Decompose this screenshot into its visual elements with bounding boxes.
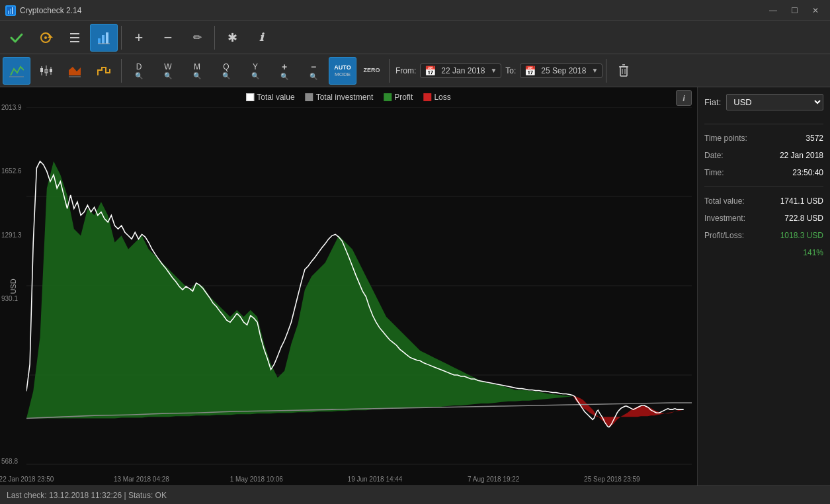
investment-value: 722.8 USD [784, 214, 823, 223]
add-button[interactable]: + [125, 24, 153, 52]
svg-rect-12 [106, 32, 108, 44]
x-tick-aug: 7 Aug 2018 19:22 [468, 476, 519, 483]
toolbar2-sep3 [606, 59, 606, 83]
chart-type-candlestick-button[interactable] [32, 57, 60, 85]
zoom-auto-button[interactable]: AUTO MODE [329, 57, 356, 85]
maximize-button[interactable]: ☐ [785, 4, 804, 17]
chart-type-line-button[interactable] [3, 57, 30, 85]
profit-pct-row: 141% [704, 247, 823, 259]
chart-legend: Total value Total investment Profit Loss [246, 93, 450, 102]
window-controls: — ☐ ✕ [764, 4, 825, 17]
zoom-zero-button[interactable]: ZERO [358, 57, 386, 85]
toolbar2: D 🔍 W 🔍 M 🔍 Q 🔍 Y 🔍 + 🔍 − 🔍 AUTO MODE ZE… [0, 54, 830, 87]
title-bar: Cryptocheck 2.14 — ☐ ✕ [0, 0, 830, 21]
zoom-q-button[interactable]: Q 🔍 [212, 57, 240, 85]
legend-loss-label: Loss [434, 93, 450, 102]
profit-loss-label: Profit/Loss: [704, 231, 744, 240]
legend-loss-color [423, 93, 431, 101]
edit-button[interactable]: ✏ [183, 24, 211, 52]
total-value-label: Total value: [704, 196, 745, 206]
to-date-arrow[interactable]: ▼ [591, 67, 598, 74]
svg-rect-3 [12, 7, 13, 14]
toolbar1-sep1 [121, 26, 122, 50]
date-value: 22 Jan 2018 [780, 151, 823, 160]
close-button[interactable]: ✕ [806, 4, 825, 17]
to-date-value: 25 Sep 2018 [541, 66, 586, 75]
x-tick-may: 1 May 2018 10:06 [230, 476, 283, 483]
toolbar2-sep1 [121, 59, 122, 83]
minimize-button[interactable]: — [764, 4, 782, 17]
svg-marker-21 [69, 67, 81, 75]
from-calendar-icon: 📅 [425, 65, 436, 76]
legend-profit-label: Profit [394, 93, 413, 102]
legend-total-investment: Total investment [306, 93, 374, 102]
time-value: 23:50:40 [792, 168, 823, 177]
info-divider1 [704, 124, 823, 124]
y-tick-1291: 1291.3 [1, 231, 22, 238]
x-tick-jun: 19 Jun 2018 14:44 [348, 476, 403, 483]
profit-pct-value: 141% [803, 248, 823, 257]
app-icon [5, 5, 16, 16]
remove-button[interactable]: − [154, 24, 182, 52]
svg-marker-5 [48, 35, 53, 38]
legend-total-value-label: Total value [257, 93, 294, 102]
total-value-row: Total value: 1741.1 USD [704, 195, 823, 207]
from-label: From: [395, 66, 416, 75]
toolbar1-sep2 [214, 26, 215, 50]
svg-rect-1 [8, 11, 9, 14]
chart-button[interactable] [90, 24, 118, 52]
tools-button[interactable]: ✱ [218, 24, 246, 52]
to-calendar-icon: 📅 [524, 65, 536, 76]
y-axis-label: USD [9, 278, 17, 294]
fiat-row: Fiat: USD EUR GBP [704, 94, 823, 110]
zoom-in-button[interactable]: + 🔍 [270, 57, 298, 85]
list-button[interactable] [61, 24, 89, 52]
y-tick-930: 930.1 [1, 295, 18, 302]
time-points-label: Time points: [704, 134, 747, 143]
y-tick-1652: 1652.6 [1, 167, 22, 175]
trash-button[interactable] [610, 57, 638, 85]
to-label: To: [505, 66, 516, 75]
zoom-out-button[interactable]: − 🔍 [300, 57, 327, 85]
svg-rect-20 [50, 69, 52, 72]
y-tick-568: 568.8 [1, 458, 18, 465]
from-date-arrow[interactable]: ▼ [490, 67, 497, 74]
svg-rect-11 [102, 35, 104, 44]
svg-rect-2 [10, 9, 11, 14]
svg-rect-10 [98, 38, 101, 44]
status-bar: Last check: 13.12.2018 11:32:26 | Status… [0, 485, 830, 504]
about-button[interactable]: ℹ [247, 24, 275, 52]
refresh-button[interactable] [32, 24, 60, 52]
time-points-value: 3572 [806, 134, 823, 143]
legend-total-investment-color [306, 93, 313, 101]
legend-total-value-color [246, 93, 254, 101]
zoom-w-button[interactable]: W 🔍 [154, 57, 182, 85]
x-tick-mar: 13 Mar 2018 04:28 [114, 476, 169, 483]
right-panel: Fiat: USD EUR GBP Time points: 3572 Date… [698, 87, 830, 485]
time-points-row: Time points: 3572 [704, 132, 823, 144]
toolbar2-sep2 [389, 59, 390, 83]
zoom-m-button[interactable]: M 🔍 [183, 57, 211, 85]
y-tick-2013: 2013.9 [1, 104, 22, 111]
from-date-control[interactable]: 📅 22 Jan 2018 ▼ [420, 63, 501, 78]
chart-svg [26, 107, 692, 466]
svg-rect-16 [40, 68, 43, 72]
chart-type-step-button[interactable] [90, 57, 118, 85]
check-button[interactable] [3, 24, 30, 52]
zoom-y-button[interactable]: Y 🔍 [241, 57, 269, 85]
x-tick-jan: 22 Jan 2018 23:50 [0, 476, 54, 483]
to-date-control[interactable]: 📅 25 Sep 2018 ▼ [520, 63, 602, 78]
chart-info-button[interactable]: i [676, 90, 692, 106]
svg-rect-23 [620, 67, 627, 76]
x-tick-sep: 25 Sep 2018 23:59 [584, 476, 640, 483]
date-label: Date: [704, 151, 724, 160]
fiat-select[interactable]: USD EUR GBP [726, 94, 823, 110]
main-content: Total value Total investment Profit Loss… [0, 87, 830, 485]
status-text: Last check: 13.12.2018 11:32:26 | Status… [7, 491, 167, 500]
fiat-label: Fiat: [704, 97, 721, 107]
total-value-value: 1741.1 USD [780, 196, 823, 206]
zoom-d-button[interactable]: D 🔍 [125, 57, 153, 85]
time-label: Time: [704, 168, 724, 177]
chart-type-area-button[interactable] [61, 57, 89, 85]
legend-profit: Profit [384, 93, 413, 102]
